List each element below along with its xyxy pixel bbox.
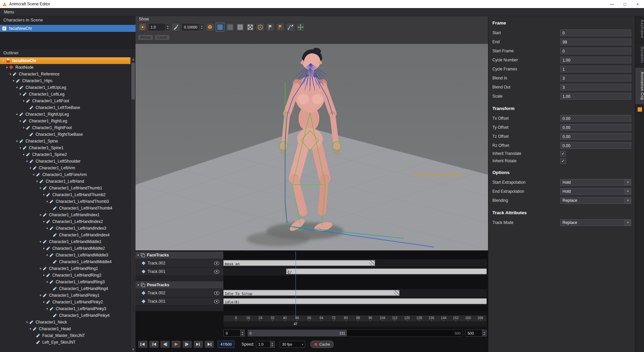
- input-cycle-number[interactable]: 1.00: [560, 57, 631, 63]
- tree-item-Character1_Head[interactable]: ▾Character1_Head: [0, 326, 131, 332]
- input-scale[interactable]: 1.00: [560, 93, 631, 100]
- tree-item-Character1_RightFoot[interactable]: ▾Character1_RightFoot: [0, 124, 131, 131]
- previous-key-icon[interactable]: [149, 341, 159, 348]
- expand-arrow[interactable]: ▾: [1, 59, 6, 62]
- tree-item-Character1_LeftHandPinky3[interactable]: ▾Character1_LeftHandPinky3: [0, 305, 131, 312]
- tree-item-Character1_LeftHandRing2[interactable]: ▾Character1_LeftHandRing2: [0, 272, 131, 279]
- spin-up-icon[interactable]: ▲: [201, 25, 203, 27]
- expand-arrow[interactable]: ▾: [42, 220, 46, 223]
- tree-item-Character1_LeftFoot[interactable]: ▾Character1_LeftFoot: [0, 98, 131, 104]
- track-track-002[interactable]: Track.002: [136, 289, 223, 297]
- track-group-facetracks[interactable]: ▾FaceTracks: [136, 251, 223, 259]
- tree-item-Left_Eye_SkinJNT[interactable]: Left_Eye_SkinJNT: [0, 339, 131, 346]
- tree-item-Character1_LeftHandPinky2[interactable]: ▾Character1_LeftHandPinky2: [0, 299, 131, 305]
- select-track-mode[interactable]: Replace▾: [560, 219, 631, 226]
- menu-item-menu[interactable]: Menu: [0, 10, 18, 14]
- tree-item-RootNode[interactable]: ▾RootNode: [0, 64, 131, 71]
- tree-item-Character1_LeftHandMiddle2[interactable]: ▾Character1_LeftHandMiddle2: [0, 245, 131, 252]
- expand-arrow[interactable]: ▾: [18, 93, 22, 96]
- spin-down-icon[interactable]: ▼: [241, 333, 244, 336]
- spin-down-icon[interactable]: ▼: [483, 333, 485, 336]
- tree-item-Character1_Reference[interactable]: ▾Character1_Reference: [0, 71, 131, 77]
- spin-up-icon[interactable]: ▲: [167, 25, 169, 27]
- expand-arrow[interactable]: ▾: [18, 146, 22, 150]
- tree-item-Character1_RightToeBase[interactable]: Character1_RightToeBase: [0, 131, 131, 138]
- range-track[interactable]: 0 231 500: [248, 330, 463, 337]
- expand-arrow[interactable]: ▾: [136, 283, 141, 287]
- expand-arrow[interactable]: ▾: [25, 160, 29, 163]
- expand-arrow[interactable]: ▾: [28, 166, 33, 170]
- tree-item-Character1_Hips[interactable]: ▾Character1_Hips: [0, 77, 131, 84]
- size-spinner[interactable]: 0.10000▲▼: [181, 23, 204, 31]
- input-tx-offset[interactable]: 0.00: [560, 115, 631, 122]
- circle-icon[interactable]: [256, 23, 265, 32]
- tab-keyframe[interactable]: Keyframe: [635, 16, 644, 43]
- visibility-icon[interactable]: [214, 300, 219, 303]
- tree-item-Character1_LeftLeg[interactable]: ▾Character1_LeftLeg: [0, 91, 131, 98]
- tree-item-Character1_LeftHandRing3[interactable]: ▾Character1_LeftHandRing3: [0, 279, 131, 285]
- spinner-arrows[interactable]: ▲▼: [240, 330, 245, 336]
- tree-item-Character1_LeftHandRing4[interactable]: Character1_LeftHandRing4: [0, 285, 131, 292]
- track-lane[interactable]: Idle To Situp: [223, 289, 487, 297]
- clip[interactable]: maya_an: [223, 260, 375, 266]
- expand-arrow[interactable]: ▾: [38, 267, 43, 270]
- input-blend-in[interactable]: 3: [560, 75, 631, 81]
- spinner-arrows[interactable]: ▲▼: [270, 341, 274, 347]
- spin-up-icon[interactable]: ▲: [271, 342, 273, 344]
- tree-item-faciaNewChr[interactable]: ▾faciaNewChr: [0, 57, 131, 64]
- expand-arrow[interactable]: ▾: [15, 113, 19, 116]
- speed-spinner[interactable]: 1.0 ▲▼: [256, 341, 275, 348]
- track-lane[interactable]: 1/: [223, 268, 487, 276]
- expand-arrow[interactable]: ▾: [32, 173, 36, 176]
- tree-item-Character1_LeftArm[interactable]: ▾Character1_LeftArm: [0, 165, 131, 171]
- tree-item-Facial_Master_SkinJNT[interactable]: Facial_Master_SkinJNT: [0, 332, 131, 339]
- spin-down-icon[interactable]: ▼: [271, 344, 273, 347]
- grid-bright-icon[interactable]: [236, 23, 245, 32]
- expand-arrow[interactable]: ▾: [42, 274, 46, 277]
- input-ty-offset[interactable]: 0.00: [560, 124, 631, 131]
- expand-arrow[interactable]: ▾: [15, 139, 19, 143]
- input-tz-offset[interactable]: 0.00: [560, 133, 631, 140]
- viewport-3d-canvas[interactable]: [136, 44, 488, 250]
- checkbox-inherit-translate[interactable]: ✓: [560, 151, 566, 157]
- expand-arrow[interactable]: ▾: [18, 119, 22, 123]
- visibility-icon[interactable]: [214, 261, 219, 265]
- tree-item-Character1_LeftHandMiddle1[interactable]: ▾Character1_LeftHandMiddle1: [0, 238, 131, 245]
- input-end[interactable]: 99: [560, 39, 631, 45]
- spin-down-icon[interactable]: ▼: [201, 27, 203, 30]
- range-thumb[interactable]: 0 231: [248, 330, 347, 336]
- range-end-spinner[interactable]: 500 ▲▼: [465, 330, 487, 337]
- tree-item-Character1_LeftHandPinky1[interactable]: ▾Character1_LeftHandPinky1: [0, 292, 131, 299]
- track-track-001[interactable]: Track.001: [136, 297, 223, 306]
- track-track-002[interactable]: Track.002: [136, 259, 223, 268]
- expand-arrow[interactable]: ▾: [21, 126, 26, 129]
- clip[interactable]: 1/: [286, 269, 487, 274]
- fps-dropdown[interactable]: 30 fps ▾: [280, 341, 305, 348]
- expand-arrow[interactable]: ▾: [45, 307, 49, 310]
- tree-item-Character1_LeftHandThumb2[interactable]: ▾Character1_LeftHandThumb2: [0, 191, 131, 198]
- maximize-button[interactable]: □: [619, 0, 631, 8]
- expand-arrow[interactable]: ▾: [38, 186, 43, 190]
- tree-item-Character1_LeftHandIndex2[interactable]: ▾Character1_LeftHandIndex2: [0, 218, 131, 225]
- tree-item-Character1_LeftHandIndex4[interactable]: Character1_LeftHandIndex4: [0, 232, 131, 238]
- select-start-extrapolation[interactable]: Hold▾: [560, 179, 631, 186]
- minimize-button[interactable]: —: [606, 0, 619, 8]
- tree-item-Character1_RightLeg[interactable]: ▾Character1_RightLeg: [0, 118, 131, 124]
- spinner-arrows[interactable]: ▲▼: [199, 23, 204, 31]
- track-track-001[interactable]: Track.001: [136, 268, 223, 276]
- tree-item-Character1_LeftHandThumb3[interactable]: ▾Character1_LeftHandThumb3: [0, 198, 131, 205]
- select-end-extrapolation[interactable]: Hold▾: [560, 188, 631, 195]
- tree-item-Character1_LeftHandMiddle4[interactable]: Character1_LeftHandMiddle4: [0, 258, 131, 265]
- expand-arrow[interactable]: ▾: [8, 72, 12, 76]
- expand-arrow[interactable]: ▾: [21, 153, 26, 156]
- scroll-up-icon[interactable]: ▲: [131, 57, 136, 62]
- input-start[interactable]: 0: [560, 30, 631, 36]
- tree-item-Character1_LeftHandPinky4[interactable]: Character1_LeftHandPinky4: [0, 312, 131, 319]
- spin-up-icon[interactable]: ▲: [483, 331, 485, 333]
- tree-item-Character1_LeftHandThumb1[interactable]: ▾Character1_LeftHandThumb1: [0, 185, 131, 191]
- spinner-arrows[interactable]: ▲▼: [165, 23, 170, 31]
- expand-arrow[interactable]: ▾: [5, 66, 9, 69]
- expand-arrow[interactable]: ▾: [45, 227, 49, 230]
- tree-item-Character1_LeftHandRing1[interactable]: ▾Character1_LeftHandRing1: [0, 265, 131, 272]
- tree-item-Character1_LeftHandIndex3[interactable]: ▾Character1_LeftHandIndex3: [0, 225, 131, 232]
